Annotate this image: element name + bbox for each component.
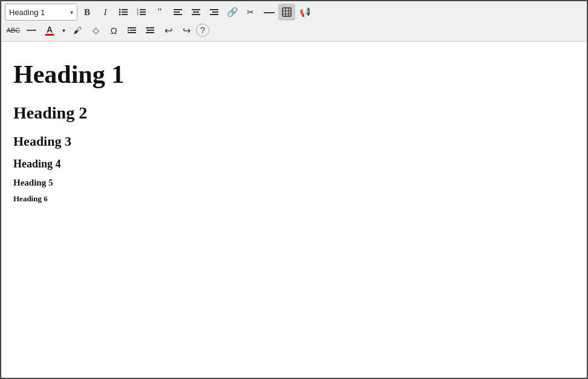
heading-6: Heading 6 bbox=[13, 194, 575, 204]
svg-rect-21 bbox=[283, 8, 291, 16]
svg-rect-32 bbox=[146, 32, 154, 33]
svg-text:3: 3 bbox=[137, 12, 139, 16]
em-dash-button[interactable]: — bbox=[23, 22, 40, 39]
heading-1: Heading 1 bbox=[13, 60, 575, 89]
text-color-dropdown-button[interactable]: ▾ bbox=[59, 22, 68, 39]
align-left-button[interactable] bbox=[169, 4, 186, 21]
svg-rect-14 bbox=[174, 14, 182, 15]
link-button[interactable]: 🔗 bbox=[224, 4, 241, 21]
chevron-down-icon: ▾ bbox=[70, 9, 73, 16]
undo-button[interactable]: ↩ bbox=[160, 22, 177, 39]
unlink-button[interactable]: ✂ bbox=[242, 4, 259, 21]
unordered-list-button[interactable] bbox=[115, 4, 132, 21]
heading-3: Heading 3 bbox=[13, 134, 575, 149]
svg-rect-18 bbox=[210, 9, 218, 10]
svg-rect-8 bbox=[140, 14, 146, 15]
svg-rect-26 bbox=[128, 27, 136, 28]
svg-rect-7 bbox=[140, 11, 146, 13]
editor-container: Heading 1 ▾ B I 123 " bbox=[0, 0, 588, 379]
toolbar-row-1: Heading 1 ▾ B I 123 " bbox=[5, 4, 583, 21]
background-color-button[interactable]: 🖌 bbox=[69, 22, 86, 39]
svg-point-5 bbox=[119, 14, 121, 16]
svg-rect-1 bbox=[122, 11, 128, 13]
svg-rect-2 bbox=[122, 14, 128, 15]
svg-rect-30 bbox=[146, 27, 154, 28]
toolbar-row-2: ABC — A ▾ 🖌 ◇ Ω ↩ bbox=[5, 22, 583, 39]
svg-rect-16 bbox=[193, 11, 199, 13]
svg-rect-15 bbox=[192, 9, 200, 10]
svg-rect-19 bbox=[212, 11, 218, 13]
text-color-button[interactable]: A bbox=[41, 22, 58, 39]
indent-button[interactable] bbox=[123, 22, 140, 39]
clear-format-button[interactable]: ◇ bbox=[87, 22, 104, 39]
media-button[interactable]: 📢 bbox=[296, 4, 313, 21]
style-dropdown[interactable]: Heading 1 ▾ bbox=[5, 4, 77, 21]
svg-rect-27 bbox=[130, 30, 136, 31]
align-right-button[interactable] bbox=[206, 4, 223, 21]
svg-rect-28 bbox=[128, 32, 136, 33]
table-button[interactable] bbox=[278, 4, 295, 21]
svg-point-4 bbox=[119, 11, 121, 13]
blockquote-button[interactable]: " bbox=[151, 4, 168, 21]
svg-rect-0 bbox=[122, 9, 128, 10]
bold-button[interactable]: B bbox=[79, 4, 96, 21]
help-button[interactable]: ? bbox=[196, 24, 209, 37]
outdent-button[interactable] bbox=[142, 22, 158, 39]
editor-content[interactable]: Heading 1 Heading 2 Heading 3 Heading 4 … bbox=[1, 42, 587, 378]
redo-button[interactable]: ↪ bbox=[178, 22, 195, 39]
heading-2: Heading 2 bbox=[13, 103, 575, 123]
svg-rect-31 bbox=[148, 30, 154, 31]
style-dropdown-label: Heading 1 bbox=[9, 8, 45, 17]
hr-button[interactable]: — bbox=[260, 4, 277, 21]
svg-rect-20 bbox=[210, 14, 218, 15]
svg-rect-6 bbox=[140, 9, 146, 10]
heading-5: Heading 5 bbox=[13, 178, 575, 188]
ordered-list-button[interactable]: 123 bbox=[133, 4, 150, 21]
align-center-button[interactable] bbox=[188, 4, 204, 21]
svg-marker-33 bbox=[146, 29, 148, 31]
italic-button[interactable]: I bbox=[97, 4, 114, 21]
svg-rect-17 bbox=[192, 14, 200, 15]
svg-rect-12 bbox=[174, 9, 182, 10]
special-chars-button[interactable]: Ω bbox=[105, 22, 122, 39]
svg-marker-29 bbox=[128, 29, 129, 31]
strikethrough-button[interactable]: ABC bbox=[5, 22, 22, 39]
toolbar: Heading 1 ▾ B I 123 " bbox=[1, 1, 587, 42]
svg-rect-13 bbox=[174, 11, 180, 13]
svg-point-3 bbox=[119, 9, 121, 11]
heading-4: Heading 4 bbox=[13, 158, 575, 170]
